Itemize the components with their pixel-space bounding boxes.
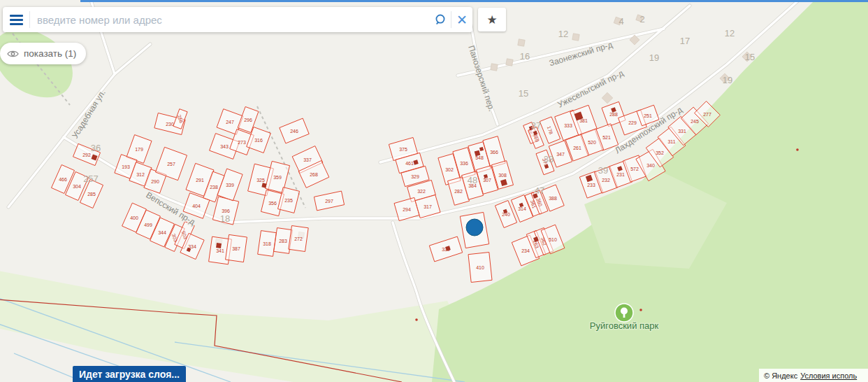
parcel-number: 232: [602, 178, 610, 183]
parcel-number: 251: [644, 113, 652, 118]
parcel-number: 296: [244, 118, 252, 122]
block-number: 37: [531, 120, 541, 131]
parcel-number: 520: [588, 140, 596, 145]
building-marker: [216, 243, 222, 248]
parcel-number: 234: [521, 248, 530, 253]
top-road-bar: [80, 0, 868, 2]
parcel-number: 375: [399, 147, 407, 152]
parcel-number: 282: [454, 189, 463, 194]
block-number: 2: [639, 14, 644, 24]
search-button[interactable]: [430, 9, 451, 30]
parcel-number: 261: [573, 146, 581, 150]
parcel-number: 288: [609, 112, 618, 117]
close-icon: ✕: [456, 13, 468, 27]
parcel-number: 312: [136, 172, 145, 177]
parcel-number: 229: [628, 120, 637, 125]
block-number: 15: [519, 88, 528, 99]
show-button-label: показать (1): [24, 48, 76, 59]
parcel-number: 294: [403, 207, 411, 212]
parcel-number: 308: [498, 173, 507, 178]
building: [506, 59, 513, 66]
parcel-number: 341: [216, 248, 224, 253]
block-number: 18: [220, 213, 230, 224]
parcel-number: 572: [630, 167, 639, 171]
star-icon: ★: [486, 13, 497, 27]
parcel-number: 304: [73, 184, 81, 189]
parcel-number: 193: [122, 164, 130, 169]
eye-icon: [7, 50, 19, 58]
poi-dot: [639, 309, 642, 311]
selected-object-marker[interactable]: [466, 219, 483, 236]
parcel-number: 337: [303, 157, 312, 162]
parcel-number: 268: [310, 172, 318, 177]
parcel-number: 344: [158, 230, 166, 235]
parcel-number: 339: [226, 183, 234, 188]
terms-link[interactable]: Условия исполь: [800, 372, 857, 380]
parcel-number: 245: [690, 119, 699, 124]
parcel-number: 247: [226, 120, 234, 125]
park-label: Руйговский парк: [590, 320, 659, 331]
favorites-button[interactable]: ★: [478, 8, 506, 31]
block-number: 257: [83, 174, 99, 184]
parcel-number: 410: [476, 265, 484, 270]
parcel-number: 466: [59, 177, 67, 182]
parcel-number: 521: [602, 135, 611, 140]
menu-button[interactable]: [3, 7, 29, 32]
search-input[interactable]: [30, 14, 430, 26]
magnifier-icon: [434, 13, 447, 27]
search-bar: ✕: [3, 7, 472, 32]
parcel-number: 400: [130, 215, 138, 220]
parcel-number: 333: [564, 123, 572, 128]
parcel-number: 290: [151, 179, 159, 184]
parcel-number: 291: [196, 178, 204, 183]
block-number: 36: [91, 143, 101, 153]
parcel-number: 461: [405, 161, 414, 166]
parcel-number: 230: [166, 122, 174, 127]
parcel-number: 322: [417, 189, 426, 194]
parcel-number: 179: [135, 147, 143, 152]
park-icon: [623, 313, 625, 318]
parcel-number: 317: [424, 204, 432, 209]
parcel-number: 366: [490, 150, 498, 155]
parcel-number: 356: [268, 201, 277, 206]
map-attribution: © Яндекс Условия исполь: [759, 369, 868, 382]
block-number: 48: [468, 175, 477, 185]
parcel-number: 316: [254, 138, 263, 143]
parcel-number: 235: [284, 198, 293, 203]
block-number: 12: [725, 28, 735, 38]
parcel-number: 277: [703, 112, 711, 117]
parcel-number: 404: [192, 204, 201, 208]
parcel-number: 387: [232, 246, 240, 251]
parcel-number: 352: [656, 150, 664, 155]
block-number: 16: [520, 51, 530, 62]
clear-search-button[interactable]: ✕: [451, 9, 472, 30]
parcel-number: 396: [222, 208, 230, 213]
show-button[interactable]: показать (1): [0, 43, 86, 64]
block-number: 47: [535, 185, 544, 196]
block-number: 4: [619, 16, 623, 27]
parcel-number: 292: [82, 153, 91, 157]
block-number: 39: [598, 165, 608, 176]
parcel-number: 283: [279, 239, 287, 243]
parcel-number: 272: [294, 236, 303, 241]
parcel-number: 257: [167, 162, 175, 167]
map-canvas[interactable]: 2924663042851791933122902572912302564044…: [0, 0, 868, 382]
parcel-number: 510: [549, 237, 557, 242]
parcel-number: 359: [273, 175, 282, 180]
copyright-text: © Яндекс: [764, 372, 797, 380]
poi-dot: [796, 148, 799, 151]
block-number: 19: [723, 75, 732, 85]
parcel-number: 311: [667, 139, 675, 144]
map-viewer: 2924663042851791933122902572912302564044…: [0, 0, 868, 382]
block-number: 38: [544, 154, 554, 164]
building: [518, 39, 525, 46]
parcel-number: 273: [238, 140, 246, 145]
block-number: 15: [745, 52, 755, 62]
loading-toast: Идет загрузка слоя...: [73, 366, 186, 382]
block-number: 17: [680, 36, 690, 46]
poi-dot: [415, 318, 418, 321]
parcel-number: 307: [483, 178, 491, 183]
parcel-number: 336: [460, 161, 468, 166]
parcel-number: 334: [188, 244, 196, 249]
parcel-number: 331: [678, 129, 686, 134]
